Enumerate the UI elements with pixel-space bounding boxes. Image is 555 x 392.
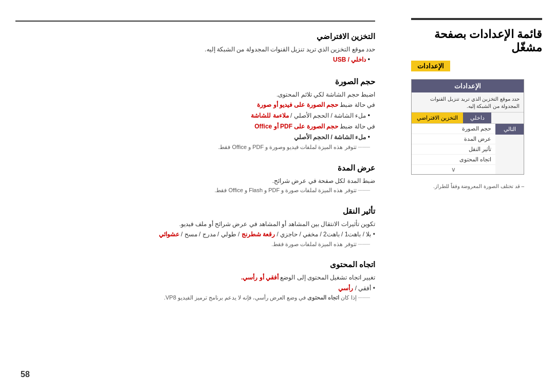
menu-item-3[interactable]: اتجاه المحتوى bbox=[412, 155, 495, 165]
cd-line1-plain: تغيير اتجاه تشغيل المحتوى إلى الوضع bbox=[279, 274, 375, 281]
duration-note: تتوفر هذه الميزة لملفات صورة و PDF و Fla… bbox=[15, 186, 375, 195]
content-direction-desc: تغيير اتجاه تشغيل المحتوى إلى الوضع أفقي… bbox=[15, 272, 375, 283]
menu-item-0[interactable]: حجم الصورة bbox=[412, 124, 495, 134]
right-panel: قائمة الإعدادات بصفحة مشغّل الإعدادات ال… bbox=[401, 0, 555, 392]
image-size-line3: في حالة ضبط حجم الصورة على PDF أو Office bbox=[15, 121, 375, 132]
main-content: التخزين الافتراضي حدد موقع التخزين الذي … bbox=[0, 0, 401, 392]
menu-item-1[interactable]: عرض المدة bbox=[412, 134, 495, 144]
image-size-line2-highlight: حجم الصورة على فيديو أو صورة bbox=[257, 101, 338, 108]
page-number: 58 bbox=[21, 370, 30, 379]
settings-badge: الإعدادات bbox=[411, 61, 450, 71]
default-storage-desc: حدد موقع التخزين الذي تريد تنزيل القنوات… bbox=[15, 44, 375, 54]
section-duration: عرض المدة ضبط المدة لكل صفحة في عرض شرائ… bbox=[15, 163, 375, 195]
btn-default[interactable]: التخزين الافتراضي bbox=[412, 113, 463, 123]
image-size-note: تتوفر هذه الميزة لملفات فيديو وصورة و PD… bbox=[15, 143, 375, 152]
chevron-down-icon: ∨ bbox=[412, 165, 495, 174]
transition-bullet-h2: عشوائي bbox=[159, 231, 179, 238]
transition-note-text: تتوفر هذه الميزة لملفات صورة فقط. bbox=[271, 241, 356, 247]
image-size-bullet2: ملء الشاشة / الحجم الأصلي bbox=[15, 132, 375, 143]
btn-internal[interactable]: داخلي bbox=[463, 113, 491, 123]
cd-note-plain: إذا كان bbox=[339, 294, 356, 301]
settings-box: الإعدادات حدد موقع التخزين الذي تريد تنز… bbox=[411, 79, 524, 175]
right-panel-note: – قد تختلف الصورة المعروضة وفقاً للطراز. bbox=[411, 182, 524, 190]
image-size-line2: في حالة ضبط حجم الصورة على فيديو أو صورة bbox=[15, 100, 375, 110]
bullet2-text: ملء الشاشة / الحجم الأصلي bbox=[294, 134, 366, 141]
cd-line1-highlight: أفقي أو رأسي. bbox=[241, 274, 279, 281]
transition-bullet-h1: رقعة شطرنج bbox=[242, 231, 275, 238]
image-size-title: حجم الصورة bbox=[15, 77, 375, 86]
cd-bullet-highlight: رأسي bbox=[338, 285, 353, 292]
image-size-desc: اضبط حجم الشاشة لكي تلائم المحتوى. bbox=[15, 89, 375, 100]
duration-note-text: تتوفر هذه الميزة لملفات صورة و PDF و Fla… bbox=[214, 187, 356, 193]
section-image-size: حجم الصورة اضبط حجم الشاشة لكي تلائم الم… bbox=[15, 77, 375, 152]
section-transition: تأثير النقل تكوين تأثيرات الانتقال بين ا… bbox=[15, 207, 375, 249]
image-size-note-text: تتوفر هذه الميزة لملفات فيديو وصورة و PD… bbox=[218, 144, 356, 150]
settings-box-buttons: التخزين الافتراضي داخلي bbox=[412, 112, 524, 123]
bullet1-highlight: ملاءمة للشاشة bbox=[251, 112, 288, 119]
image-size-line2-plain: في حالة ضبط bbox=[338, 101, 375, 108]
bullet-usb: داخلي / USB bbox=[333, 56, 366, 63]
transition-note: تتوفر هذه الميزة لملفات صورة فقط. bbox=[15, 240, 375, 249]
section-default-storage: التخزين الافتراضي حدد موقع التخزين الذي … bbox=[15, 32, 375, 66]
image-size-line3-highlight: حجم الصورة على PDF أو Office bbox=[254, 123, 338, 130]
settings-box-next-row: حجم الصورة عرض المدة تأثير النقل اتجاه ا… bbox=[412, 123, 524, 174]
transition-bullet: • بلا / باهت1 / باهت2 / مخفي / حاجزي / ر… bbox=[15, 229, 375, 239]
transition-bullet-mid: / طولي / مدرج / مسح / bbox=[179, 231, 242, 238]
content-direction-bullet: • أفقي / رأسي bbox=[15, 283, 375, 293]
bullet1-plain: ملء الشاشة / الحجم الأصلي / bbox=[289, 112, 366, 119]
duration-desc: ضبط المدة لكل صفحة في عرض شرائح. bbox=[15, 176, 375, 186]
cd-note-highlight: اتجاه المحتوى bbox=[307, 294, 339, 301]
image-size-bullet1: ملء الشاشة / الحجم الأصلي / ملاءمة للشاش… bbox=[15, 110, 375, 122]
top-line-decoration bbox=[15, 21, 375, 22]
settings-menu: حجم الصورة عرض المدة تأثير النقل اتجاه ا… bbox=[412, 124, 495, 174]
page-container: التخزين الافتراضي حدد موقع التخزين الذي … bbox=[0, 0, 555, 392]
transition-bullet-plain: • بلا / باهت1 / باهت2 / مخفي / حاجزي / bbox=[275, 231, 375, 238]
image-size-line3-plain: في حالة ضبط bbox=[338, 123, 375, 130]
default-storage-title: التخزين الافتراضي bbox=[15, 32, 375, 41]
btn-next[interactable]: التالي bbox=[495, 124, 524, 135]
content-direction-title: اتجاه المحتوى bbox=[15, 260, 375, 269]
page-title: قائمة الإعدادات بصفحة مشغّل bbox=[411, 28, 542, 54]
default-storage-bullet: داخلي / USB bbox=[15, 54, 375, 66]
menu-item-2[interactable]: تأثير النقل bbox=[412, 144, 495, 155]
settings-box-header: الإعدادات bbox=[412, 80, 524, 92]
transition-desc: تكوين تأثيرات الانتقال بين المشاهد أو ال… bbox=[15, 219, 375, 229]
cd-note-end: في وضع العرض رأسي، فإنه لا يدعم برنامج ت… bbox=[164, 294, 307, 301]
right-top-line bbox=[411, 18, 542, 20]
content-direction-note: إذا كان اتجاه المحتوى في وضع العرض رأسي،… bbox=[15, 293, 375, 303]
duration-title: عرض المدة bbox=[15, 163, 375, 173]
section-content-direction: اتجاه المحتوى تغيير اتجاه تشغيل المحتوى … bbox=[15, 260, 375, 302]
transition-title: تأثير النقل bbox=[15, 207, 375, 216]
settings-box-desc: حدد موقع التخزين الذي تريد تنزيل القنوات… bbox=[412, 92, 524, 112]
cd-bullet-plain: • أفقي / bbox=[353, 285, 375, 292]
